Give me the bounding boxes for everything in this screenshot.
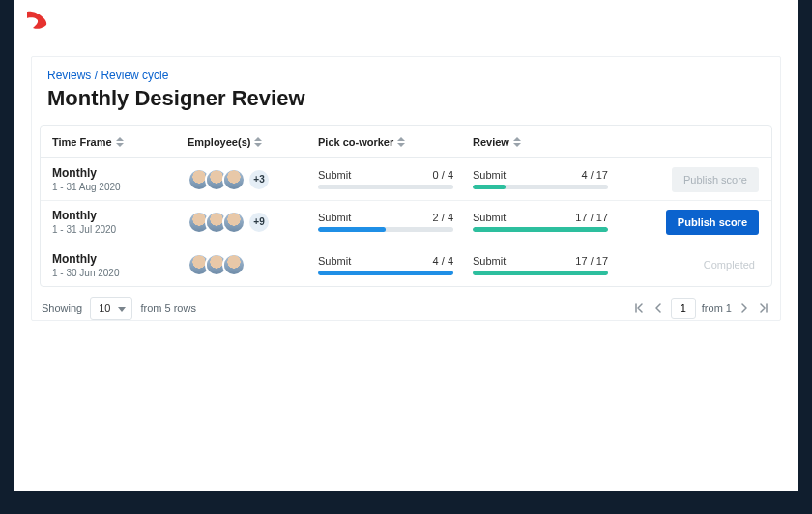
employees-cell[interactable] [188,253,318,276]
sort-icon [116,137,124,147]
progress-bar [318,227,453,232]
time-frame-cell: Monthly 1 - 31 Jul 2020 [52,209,188,235]
showing-label: Showing [42,302,82,314]
submit-count: 2 / 4 [433,212,453,223]
submit-label: Submit [318,255,351,267]
pick-coworker-cell: Submit 2 / 4 [318,212,473,232]
employees-cell[interactable]: +9 [188,211,318,234]
action-cell: Publish score [627,210,772,235]
table-row: Monthly 1 - 31 Aug 2020 +3 Submit 0 / 4 [41,158,771,201]
table-row: Monthly 1 - 30 Jun 2020 Submit 4 / 4 [41,243,771,286]
progress-bar [473,271,608,275]
footer-right: from 1 [632,298,770,319]
submit-count: 4 / 4 [433,255,453,267]
submit-count: 17 / 17 [575,255,608,267]
publish-score-button: Publish score [672,167,759,192]
row-menu-button[interactable] [768,256,772,273]
page-prev-icon[interactable] [652,302,665,314]
time-frame-label: Monthly [52,252,188,266]
submit-label: Submit [473,212,506,223]
publish-score-button[interactable]: Publish score [666,210,759,235]
sort-icon [397,137,405,147]
completed-label: Completed [704,259,759,271]
pick-coworker-cell: Submit 0 / 4 [318,169,473,189]
submit-label: Submit [473,169,506,181]
panel: Reviews / Review cycle Monthly Designer … [31,56,781,321]
time-frame-range: 1 - 30 Jun 2020 [52,268,188,278]
page-size-select[interactable]: 10 [90,297,132,320]
col-review[interactable]: Review [473,136,627,148]
submit-label: Submit [473,255,506,267]
breadcrumb: Reviews / Review cycle [32,57,780,84]
review-cell: Submit 17 / 17 [473,212,627,232]
submit-count: 0 / 4 [433,169,453,181]
page-last-icon[interactable] [757,302,770,314]
progress-bar [318,185,453,189]
col-label: Pick co-worker [318,136,393,148]
avatar [222,211,246,234]
topbar [14,0,798,43]
avatar-more-badge: +3 [247,168,271,191]
pick-coworker-cell: Submit 4 / 4 [318,255,473,275]
employees-cell[interactable]: +3 [188,168,318,191]
from-pages-label: from 1 [702,302,732,314]
review-cell: Submit 17 / 17 [473,255,627,275]
avatar [222,253,246,276]
table-header-row: Time Frame Employee(s) Pick co-worker Re… [41,126,771,158]
page-title: Monthly Designer Review [32,84,780,125]
breadcrumb-current-link[interactable]: Review cycle [101,69,168,82]
time-frame-range: 1 - 31 Aug 2020 [52,182,188,192]
col-label: Employee(s) [188,136,250,148]
footer-left: Showing 10 from 5 rows [42,297,196,320]
time-frame-label: Monthly [52,166,188,180]
row-menu-button[interactable] [768,171,772,188]
submit-count: 17 / 17 [575,212,608,223]
review-cell: Submit 4 / 17 [473,169,627,189]
time-frame-cell: Monthly 1 - 30 Jun 2020 [52,252,188,278]
time-frame-label: Monthly [52,209,188,222]
page-number-input[interactable] [671,298,696,319]
submit-count: 4 / 17 [581,169,608,181]
progress-bar [318,271,453,275]
table-footer: Showing 10 from 5 rows from 1 [32,287,780,320]
table-row: Monthly 1 - 31 Jul 2020 +9 Submit 2 / 4 [41,201,771,243]
time-frame-range: 1 - 31 Jul 2020 [52,224,188,235]
breadcrumb-root-link[interactable]: Reviews [47,69,91,82]
progress-bar [473,185,608,189]
action-cell: Publish score [627,167,772,192]
avatar [222,168,246,191]
submit-label: Submit [318,169,351,181]
time-frame-cell: Monthly 1 - 31 Aug 2020 [52,166,188,192]
sort-icon [513,137,521,147]
from-rows-label: from 5 rows [140,302,195,314]
submit-label: Submit [318,212,351,223]
row-menu-button[interactable] [768,214,772,231]
action-cell: Completed [627,256,772,273]
avatar-more-badge: +9 [247,211,271,234]
content-area: Reviews / Review cycle Monthly Designer … [14,43,798,321]
col-time-frame[interactable]: Time Frame [52,136,188,148]
progress-bar [473,227,608,232]
page-next-icon[interactable] [738,302,751,314]
page-first-icon[interactable] [632,302,646,314]
sort-icon [254,137,262,147]
review-table: Time Frame Employee(s) Pick co-worker Re… [40,125,772,287]
col-pick-coworker[interactable]: Pick co-worker [318,136,473,148]
app-shell: Reviews / Review cycle Monthly Designer … [14,0,798,491]
brand-logo-icon [23,9,58,34]
col-label: Time Frame [52,136,112,148]
col-label: Review [473,136,509,148]
col-employees[interactable]: Employee(s) [188,136,318,148]
